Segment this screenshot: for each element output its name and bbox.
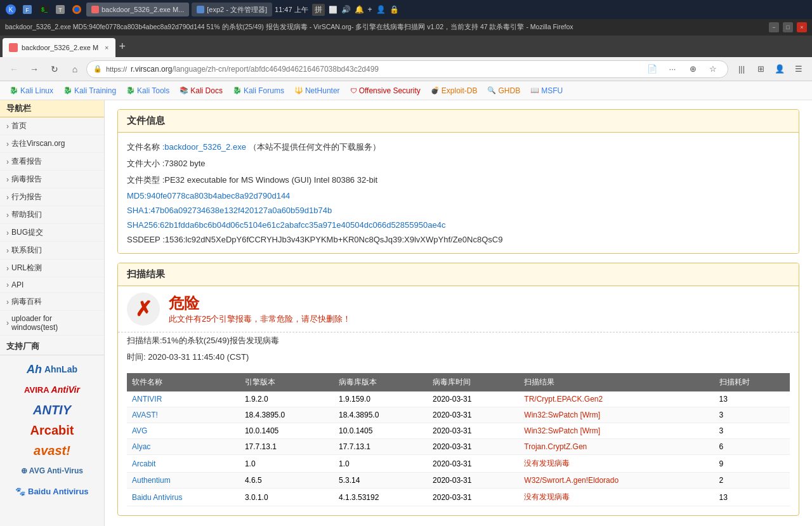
close-button[interactable]: × [797,22,807,32]
sidebar-item-behavior-report[interactable]: 行为报告 [0,188,104,206]
cell-software-name[interactable]: AVG [127,423,240,439]
danger-text-block: 危险 此文件有25个引擎报毒，非常危险，请尽快删除！ [169,293,351,325]
sidebar-item-virus-wiki[interactable]: 病毒百科 [0,293,104,311]
cell-scan-time: 9 [714,455,790,473]
scan-result-title: 扫描结果 [118,263,799,286]
sha256-link[interactable]: SHA256:62b1fdda6bc6b04d06c5104e61c2abafc… [127,220,445,230]
cell-db-date: 2020-03-31 [428,391,519,407]
new-tab-button[interactable]: + [119,37,126,56]
hamburger-menu-button[interactable]: ☰ [790,61,807,77]
clock: 11:47 上午 [275,5,308,15]
minimize-button[interactable]: − [769,22,779,32]
cell-engine-version: 18.4.3895.0 [240,407,334,423]
overflow-menu-button[interactable]: ··· [664,61,681,77]
editor-icon[interactable]: T [53,3,67,16]
ssdeep-value: :1536:lc92dN5XeDpY6fCCRYHJb3v43KPYKMb+KR… [162,235,502,244]
results-table-container: 软件名称 引擎版本 病毒库版本 病毒库时间 扫描结果 扫描耗时 ANTIVIR … [118,373,799,515]
exploit-db-bookmark-icon: 💣 [431,86,440,95]
taskbar-item-filemanager[interactable]: [exp2 - 文件管理器] [192,3,272,16]
bookmark-offensive-security[interactable]: 🛡 Offensive Security [346,84,425,97]
address-bar[interactable]: 🔒 https:// r.virscan.org/language/zh-cn/… [86,60,728,78]
https-indicator: https:// [106,65,127,73]
file-type-value: :PE32 executable for MS Windows (GUI) In… [162,175,378,185]
cell-result: Win32:SwPatch [Wrm] [519,423,714,439]
forward-button[interactable]: → [25,60,43,78]
bookmark-kali-linux[interactable]: 🐉 Kali Linux [5,84,58,97]
vendor-antivir: AVIRA AntiVir [8,381,96,398]
home-button[interactable]: ⌂ [66,60,84,78]
sidebar-item-virus-report[interactable]: 病毒报告 [0,171,104,188]
vendor-ahnlab: Ah AhnLab [8,360,96,378]
table-row: ANTIVIR 1.9.2.0 1.9.159.0 2020-03-31 TR/… [127,391,790,407]
maximize-button[interactable]: □ [783,22,793,32]
bookmark-exploit-db[interactable]: 💣 Exploit-DB [426,84,482,97]
back-button[interactable]: ← [5,60,23,78]
col-time: 扫描耗时 [714,373,790,391]
identity-button[interactable]: 👤 [771,61,788,77]
reload-button[interactable]: ↻ [46,60,63,78]
terminal-icon[interactable]: $_ [37,3,51,16]
cell-software-name[interactable]: Authentium [127,473,240,489]
active-tab[interactable]: backdoor_5326_2.exe M × [3,38,115,57]
bookmark-msfu[interactable]: 📖 MSFU [526,84,567,97]
file-size-label: 文件大小 [127,159,160,168]
system-icons: 11:47 上午 拼 ⬜ 🔊 🔔 + 👤 🔒 [275,4,399,16]
synced-tabs-button[interactable]: ⊞ [752,61,769,77]
col-result: 扫描结果 [519,373,714,391]
firefox-icon[interactable] [70,3,84,16]
cell-software-name[interactable]: AVAST! [127,407,240,423]
address-url-text: r.virscan.org/language/zh-cn/report/abfd… [131,65,640,74]
volume-icon: 🔊 [341,5,351,14]
col-engine: 引擎版本 [240,373,334,391]
kali-icon[interactable]: K [4,3,18,16]
files-icon[interactable]: F [20,3,34,16]
bookmark-star-button[interactable]: ☆ [705,61,721,77]
file-name-link[interactable]: :backdoor_5326_2.exe [162,142,246,152]
cell-software-name[interactable]: Arcabit [127,455,240,473]
kali-training-bookmark-icon: 🐉 [63,86,72,95]
table-row: Alyac 17.7.13.1 17.7.13.1 2020-03-31 Tro… [127,439,790,455]
cell-db-version: 17.7.13.1 [334,439,428,455]
cell-scan-time: 2 [714,473,790,489]
bookmarks-bar: 🐉 Kali Linux 🐉 Kali Training 🐉 Kali Tool… [0,81,812,100]
tab-close-button[interactable]: × [105,44,108,51]
table-row: Arcabit 1.0 1.0 2020-03-31 没有发现病毒 9 [127,455,790,473]
cell-software-name[interactable]: Baidu Antivirus [127,489,240,506]
pocket-button[interactable]: ⊕ [684,61,701,77]
bookmark-ghdb[interactable]: 🔍 GHDB [483,84,525,97]
md5-link[interactable]: MD5:940fe0778ca803b4abec8a92d790d144 [127,191,290,201]
bookmark-kali-training[interactable]: 🐉 Kali Training [59,84,121,97]
bookmark-kali-docs[interactable]: 📚 Kali Docs [175,84,227,97]
ghdb-bookmark-icon: 🔍 [487,86,496,95]
taskbar-item-browser[interactable]: backdoor_5326_2.exe M... [86,3,189,16]
browser-titlebar: backdoor_5326_2.exe MD5:940fe0778ca803b4… [0,19,812,36]
notifications-icon: 🔔 [355,5,364,14]
sidebar-item-help[interactable]: 帮助我们 [0,206,104,224]
reader-mode-button[interactable]: 📄 [644,61,660,77]
bookmark-nethunter[interactable]: 🔱 NetHunter [290,84,344,97]
sidebar-item-virscan[interactable]: 去往Virscan.org [0,135,104,153]
sidebar-item-api[interactable]: API [0,277,104,293]
window-controls: − □ × [769,22,807,32]
cell-software-name[interactable]: Alyac [127,439,240,455]
table-header-row: 软件名称 引擎版本 病毒库版本 病毒库时间 扫描结果 扫描耗时 [127,373,790,391]
svg-point-9 [74,7,79,12]
sidebar-nav-header: 导航栏 [0,100,104,117]
sidebar-item-uploader[interactable]: uploader for windows(test) [0,311,104,336]
bookmark-kali-tools[interactable]: 🐉 Kali Tools [122,84,174,97]
table-row: AVAST! 18.4.3895.0 18.4.3895.0 2020-03-3… [127,407,790,423]
sidebar-item-url-check[interactable]: URL检测 [0,260,104,277]
sidebar-item-contact[interactable]: 联系我们 [0,242,104,260]
cell-result: TR/Crypt.EPACK.Gen2 [519,391,714,407]
sidebar-item-bug[interactable]: BUG提交 [0,224,104,242]
sha1-link[interactable]: SHA1:47b06a092734638e132f420127a0a60b59d… [127,206,332,215]
bookmark-kali-forums[interactable]: 🐉 Kali Forums [228,84,289,97]
sidebar-item-view-report[interactable]: 查看报告 [0,153,104,171]
cell-engine-version: 17.7.13.1 [240,439,334,455]
sidebar-toggle-button[interactable]: ||| [733,61,750,77]
cell-software-name[interactable]: ANTIVIR [127,391,240,407]
sidebar-item-home[interactable]: 首页 [0,117,104,135]
file-info-body: 文件名称 :backdoor_5326_2.exe （本站不提供任何文件的下载服… [118,133,799,253]
danger-icon: ✗ [127,293,160,325]
network-icon: + [368,5,372,14]
